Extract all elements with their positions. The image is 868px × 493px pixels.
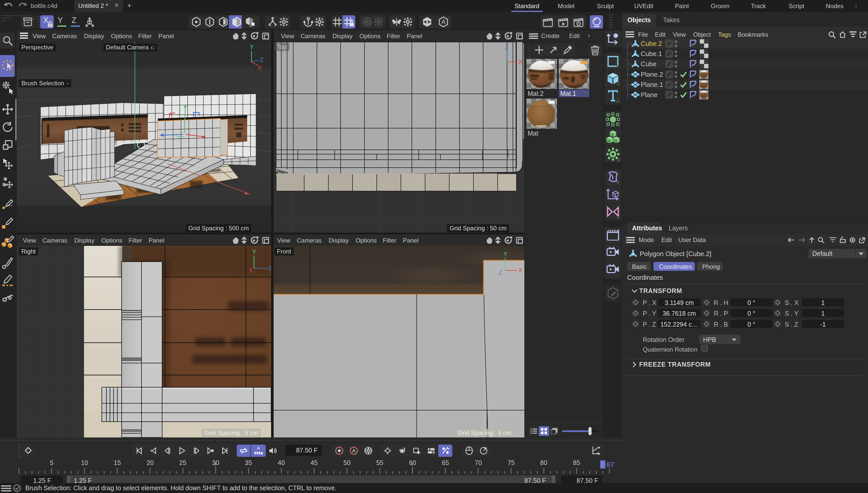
svg-text:X: X (258, 65, 262, 71)
svg-text:A: A (441, 18, 446, 25)
svg-text:75: 75 (507, 460, 515, 466)
svg-text:50: 50 (343, 460, 350, 466)
svg-text:A: A (352, 448, 356, 453)
svg-text:55: 55 (376, 460, 383, 466)
svg-text:45: 45 (311, 460, 318, 466)
svg-text:Y: Y (250, 44, 253, 50)
svg-text:10: 10 (81, 460, 88, 466)
svg-text:65: 65 (442, 460, 449, 466)
svg-text:80: 80 (540, 460, 547, 466)
svg-text:Y: Y (503, 251, 507, 257)
svg-text:X: X (519, 267, 522, 274)
svg-text:A: A (257, 446, 260, 450)
svg-text:20: 20 (146, 460, 154, 466)
svg-text:40: 40 (278, 460, 285, 466)
svg-text:70: 70 (475, 460, 482, 466)
svg-text:15: 15 (114, 460, 121, 466)
svg-text:X: X (519, 59, 522, 65)
svg-text:Y: Y (252, 249, 256, 255)
svg-text:87: 87 (606, 460, 614, 469)
svg-text:Z: Z (499, 269, 502, 276)
svg-text:X: X (249, 267, 253, 274)
svg-text:Z: Z (268, 265, 271, 272)
svg-text:Z: Z (260, 57, 264, 63)
svg-text:85: 85 (573, 460, 580, 466)
svg-text:5: 5 (50, 460, 53, 466)
svg-text:25: 25 (179, 460, 186, 466)
svg-text:35: 35 (245, 460, 252, 466)
svg-text:Z: Z (505, 44, 508, 50)
